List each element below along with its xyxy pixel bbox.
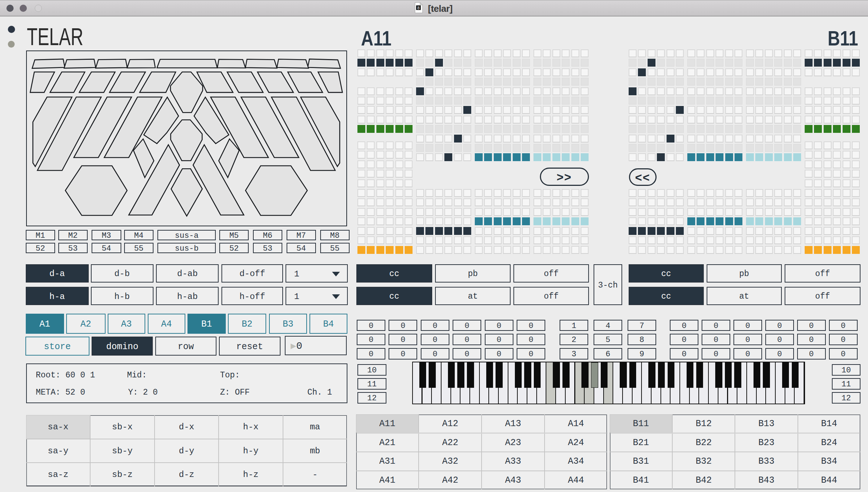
svg-text:8: 8: [417, 6, 419, 10]
